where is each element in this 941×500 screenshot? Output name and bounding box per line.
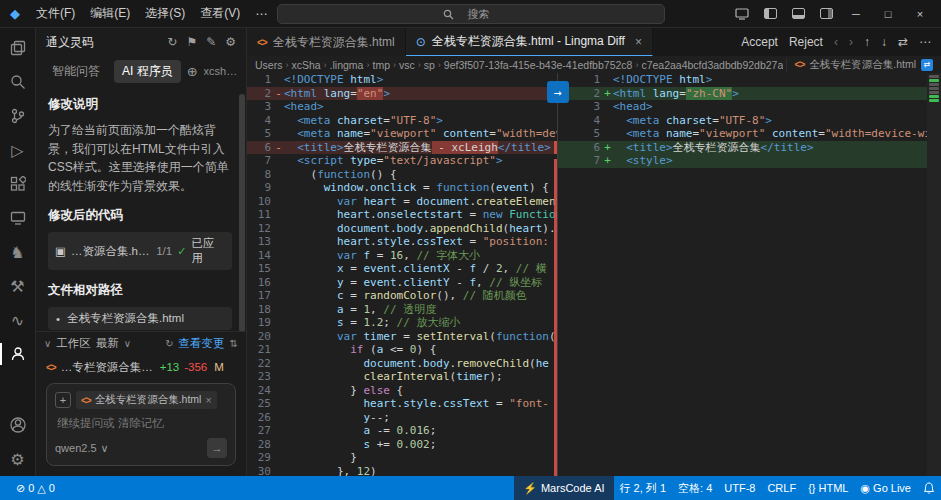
code-line[interactable]: 5 <meta name="viewport" content="width=d… [247,127,557,141]
code-line[interactable]: 10 var heart = document.createElement(" [247,195,557,209]
cursor-position[interactable]: 行 2, 列 1 [614,476,672,500]
next-change-icon[interactable]: › [849,35,853,49]
tab-ai-coder[interactable]: AI 程序员 [114,60,181,83]
account-icon[interactable] [0,408,36,442]
diff-pane-original[interactable]: 1<!DOCTYPE html>2-<html lang="en">3<head… [247,73,558,476]
breadcrumb-item[interactable]: .lingma [330,59,364,71]
tab-close-icon[interactable]: × [635,35,642,49]
reject-button[interactable]: Reject [789,35,823,49]
code-line[interactable]: 28 s += 0.002; [247,438,557,452]
account-name[interactable]: xcsharp20a [204,65,238,77]
toggle-panel-icon[interactable] [785,3,811,25]
code-line[interactable]: 4 <meta charset="UTF-8"> [247,114,557,128]
context-file-chip[interactable]: <> 全栈专栏资源合集.html × [76,391,217,409]
code-line[interactable]: 2+<html lang="zh-CN"> [558,87,941,101]
run-debug-icon[interactable]: ▷ [0,133,36,167]
compare-editor-icon[interactable]: ⇄ [921,59,933,71]
breadcrumb-item[interactable]: c7ea2aa4bcfd3adbdb92db27abe9051b [641,59,782,71]
diff-pane-modified[interactable]: 1<!DOCTYPE html>2+<html lang="zh-CN">3<h… [558,73,941,476]
arrow-up-icon[interactable]: ↑ [864,35,870,49]
code-line[interactable]: 23 clearInterval(timer); [247,370,557,384]
code-line[interactable]: 8 (function() { [247,168,557,182]
code-line[interactable]: 6+ <title>全栈专栏资源合集</title> [558,141,941,155]
encoding-item[interactable]: UTF-8 [718,476,761,500]
code-line[interactable]: 20 var timer = setInterval(function() { [247,330,557,344]
cast-icon[interactable] [729,3,755,25]
problems-indicator[interactable]: ⊘ 0 △ 0 [10,476,61,500]
code-line[interactable]: 22 document.body.removeChild(he [247,357,557,371]
breadcrumb-right-file[interactable]: 全栈专栏资源合集.html [809,58,916,72]
editor-tab-diff[interactable]: ⊙ 全栈专栏资源合集.html - Lingma Diff × [406,28,653,56]
send-button[interactable]: → [207,438,227,458]
history-icon[interactable]: ↻ [167,35,177,49]
tab-qa[interactable]: 智能问答 [44,60,108,83]
flag-icon[interactable]: ⚑ [186,35,197,49]
editor-tab-original[interactable]: <> 全栈专栏资源合集.html [247,28,406,56]
settings-gear-icon[interactable]: ⚙ [0,442,36,476]
lingma-activity-icon[interactable] [0,337,36,371]
code-line[interactable]: 25 heart.style.cssText = "font- [247,397,557,411]
window-maximize-button[interactable]: □ [873,0,903,27]
code-line[interactable]: 24 } else { [247,384,557,398]
accept-button[interactable]: Accept [741,35,778,49]
breadcrumb-item[interactable]: xcSha [291,59,320,71]
changed-file-row[interactable]: <> …专栏资源合集.html +13 -356 M [36,355,246,379]
code-line[interactable]: 3<head> [558,100,941,114]
window-close-button[interactable]: × [905,0,935,27]
window-minimize-button[interactable]: ─ [841,0,871,27]
code-line[interactable]: 3<head> [247,100,557,114]
menu-edit[interactable]: 编辑(E) [83,3,137,24]
marscode-status-item[interactable]: ⚡ MarsCode AI [514,476,613,500]
breadcrumb-item[interactable]: 9ef3f507-13fa-415e-b43e-41edfbb752c8 [444,59,633,71]
workspace-label[interactable]: 工作区 [56,336,91,351]
breadcrumb-item[interactable]: Users [255,59,282,71]
remote-explorer-icon[interactable] [0,201,36,235]
menu-more-button[interactable]: ⋯ [248,5,274,23]
eol-item[interactable]: CRLF [761,476,802,500]
code-line[interactable]: 30 }, 12) [247,465,557,477]
indentation-item[interactable]: 空格: 4 [672,476,718,500]
chevron-down-icon[interactable]: ∨ [101,442,109,455]
more-actions-icon[interactable]: ⋯ [919,35,931,49]
code-line[interactable]: 15 x = event.clientX - f / 2, // 横 [247,262,557,276]
code-line[interactable]: 18 a = 1, // 透明度 [247,303,557,317]
menu-file[interactable]: 文件(F) [29,3,82,24]
code-line[interactable]: 11 heart.onselectstart = new Function(' [247,208,557,222]
applied-file-card[interactable]: ▣ …资源合集.html 1/1 ✓ 已应用 [48,232,232,270]
view-changes-link[interactable]: 查看变更 [179,336,225,351]
toggle-secondary-sidebar-icon[interactable] [813,3,839,25]
apply-change-button[interactable]: → [547,81,569,103]
code-line[interactable]: 14 var f = 16, // 字体大小 [247,249,557,263]
code-line[interactable]: 27 a -= 0.016; [247,424,557,438]
prev-change-icon[interactable]: ‹ [834,35,838,49]
menu-selection[interactable]: 选择(S) [138,3,192,24]
code-line[interactable]: 16 y = event.clientY - f, // 纵坐标 [247,276,557,290]
add-context-button[interactable]: + [55,392,71,408]
new-chat-icon[interactable]: ✎ [206,35,216,49]
code-line[interactable]: 2-<html lang="en"> [247,87,557,101]
notifications-bell-icon[interactable] [917,476,941,500]
code-line[interactable]: 5 <meta name="viewport" content="width=d… [558,127,941,141]
code-line[interactable]: 29 } [247,451,557,465]
source-control-icon[interactable] [0,99,36,133]
code-line[interactable]: 19 s = 1.2; // 放大缩小 [247,316,557,330]
breadcrumb-item[interactable]: vsc [399,59,415,71]
breadcrumb-item[interactable]: tmp [372,59,390,71]
remove-context-icon[interactable]: × [205,394,211,406]
go-live-item[interactable]: ◉ Go Live [854,476,917,500]
code-line[interactable]: 4 <meta charset="UTF-8"> [558,114,941,128]
search-sidebar-icon[interactable] [0,65,36,99]
language-mode-item[interactable]: {} HTML [802,476,854,500]
menu-view[interactable]: 查看(V) [193,3,247,24]
panel-scrollbar[interactable] [239,94,245,331]
global-search-box[interactable] [277,4,665,24]
code-line[interactable]: 1<!DOCTYPE html> [247,73,557,87]
code-line[interactable]: 13 heart.style.cssText = "position: fix [247,235,557,249]
chat-input-box[interactable]: + <> 全栈专栏资源合集.html × 继续提问或 清除记忆 qwen2.5 … [46,383,236,466]
marscode-activity-icon[interactable]: ∿ [0,303,36,337]
code-line[interactable]: 12 document.body.appendChild(heart).inn [247,222,557,236]
refresh-icon[interactable]: ↻ [165,338,173,349]
sort-icon[interactable]: ⇅ [230,338,238,349]
code-line[interactable]: 21 if (a <= 0) { [247,343,557,357]
code-line[interactable]: 17 c = randomColor(), // 随机颜色 [247,289,557,303]
